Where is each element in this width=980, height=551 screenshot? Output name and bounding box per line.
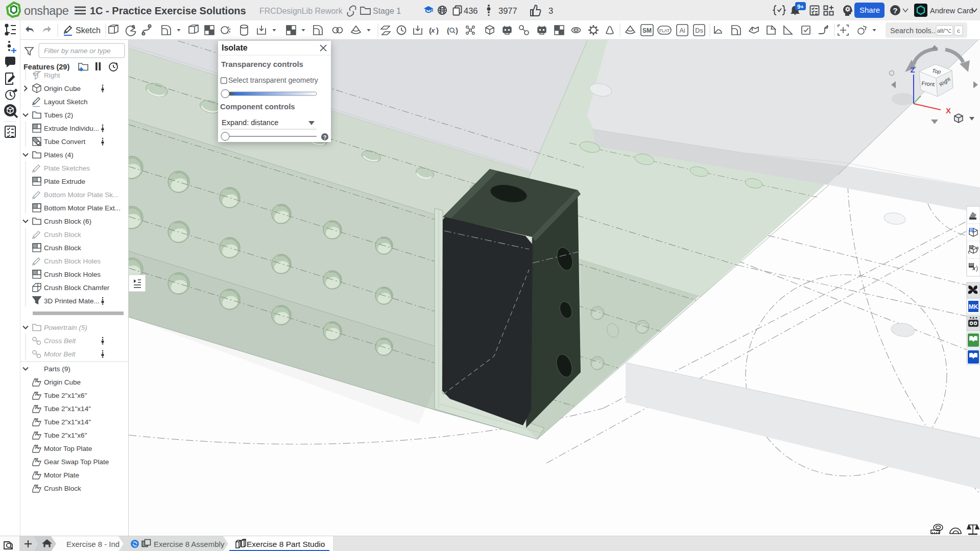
svg-text:Front: Front (921, 80, 935, 87)
svg-text:Share: Share (859, 6, 880, 14)
svg-text:Crush Block Holes: Crush Block Holes (44, 271, 101, 278)
svg-text:Layout Sketch: Layout Sketch (44, 98, 88, 106)
svg-text:Motor Top Plate: Motor Top Plate (44, 445, 92, 452)
svg-text:Parts (9): Parts (9) (44, 365, 70, 373)
svg-text:Tube 2"x1"x6": Tube 2"x1"x6" (44, 432, 87, 439)
svg-text:X: X (946, 106, 951, 115)
svg-text:Features (29): Features (29) (23, 63, 69, 71)
svg-text:Andrew Card: Andrew Card (930, 7, 973, 15)
svg-text:Isolate: Isolate (222, 43, 248, 52)
svg-text:Crush Block: Crush Block (44, 231, 81, 238)
svg-text:Powertrain (5): Powertrain (5) (44, 324, 87, 331)
svg-text:): ) (436, 26, 439, 35)
svg-text:Bottom Motor Plate Ext...: Bottom Motor Plate Ext... (44, 204, 121, 212)
svg-text:Top: Top (931, 67, 941, 75)
svg-text:Ai: Ai (679, 27, 685, 34)
svg-text:Motor Plate: Motor Plate (44, 471, 79, 479)
svg-text:3977: 3977 (498, 6, 517, 15)
svg-text:Plate Sketches: Plate Sketches (44, 164, 90, 172)
svg-text:Crush Block (6): Crush Block (6) (44, 218, 91, 225)
svg-text:Search tools...: Search tools... (890, 27, 938, 35)
svg-text:Gear Swap Top Plate: Gear Swap Top Plate (44, 458, 109, 466)
svg-text:FLAT: FLAT (659, 28, 670, 33)
svg-text:onshape: onshape (24, 4, 69, 17)
svg-text:Select transparent geometry: Select transparent geometry (228, 76, 318, 84)
svg-text:1C - Practice Exercise Solutio: 1C - Practice Exercise Solutions (90, 5, 246, 16)
svg-text:Component controls: Component controls (220, 102, 295, 111)
svg-text:SM: SM (642, 27, 652, 34)
svg-text:Filter by name or type: Filter by name or type (44, 47, 111, 55)
svg-text:Origin Cube: Origin Cube (44, 378, 81, 386)
svg-text:9+: 9+ (797, 4, 804, 10)
svg-text:Exercise 8 - Ind: Exercise 8 - Ind (66, 540, 119, 548)
svg-text:Transparency controls: Transparency controls (221, 60, 303, 68)
svg-text:alt/⌥: alt/⌥ (937, 28, 952, 34)
svg-text:FRCDesignLib Rework: FRCDesignLib Rework (259, 7, 343, 15)
svg-text:Plates (4): Plates (4) (44, 151, 74, 159)
svg-text:Motor Belt: Motor Belt (44, 350, 76, 358)
svg-text:Tube Convert: Tube Convert (44, 138, 86, 146)
svg-text:Tube 2"x1"x6": Tube 2"x1"x6" (44, 392, 87, 399)
svg-text:Crush Block: Crush Block (44, 485, 81, 492)
svg-text:Sketch: Sketch (76, 26, 101, 35)
svg-text:Expand: distance: Expand: distance (222, 118, 278, 127)
svg-text:c: c (957, 28, 960, 34)
svg-text:Bottom Motor Plate Sk...: Bottom Motor Plate Sk... (44, 191, 118, 199)
svg-text:?: ? (323, 134, 327, 140)
svg-text:Z: Z (910, 65, 915, 74)
svg-text:): ) (976, 265, 978, 272)
svg-text:Stage 1: Stage 1 (373, 7, 401, 15)
svg-text:Tube 2"x1"x14": Tube 2"x1"x14" (44, 418, 91, 426)
svg-text:●▲●: ●▲● (969, 316, 977, 319)
svg-text:x: x (431, 27, 435, 34)
svg-text:Tube 2"x1"x14": Tube 2"x1"x14" (44, 405, 91, 413)
svg-text:Exercise 8 Assembly: Exercise 8 Assembly (154, 540, 225, 548)
svg-text:): ) (456, 26, 458, 35)
svg-text:Origin Cube: Origin Cube (44, 85, 81, 92)
svg-text:Ds: Ds (695, 27, 703, 34)
svg-text:Tubes (2): Tubes (2) (44, 111, 73, 119)
svg-text:Crush Block Chamfer: Crush Block Chamfer (44, 284, 110, 292)
svg-text:Crush Block Holes: Crush Block Holes (44, 257, 101, 265)
svg-text:?: ? (893, 6, 897, 15)
svg-text:(: ( (447, 26, 449, 35)
svg-text:436: 436 (464, 6, 478, 15)
svg-text:Plate Extrude: Plate Extrude (44, 178, 85, 185)
svg-text:Cross Belt: Cross Belt (44, 337, 77, 345)
svg-text:x: x (972, 265, 976, 271)
svg-text:MK: MK (969, 303, 978, 310)
svg-text:3: 3 (548, 6, 553, 15)
svg-text:Exercise 8 Part Studio: Exercise 8 Part Studio (247, 540, 325, 548)
svg-text:Crush Block: Crush Block (44, 244, 81, 252)
svg-text:Extrude Individu...: Extrude Individu... (44, 125, 99, 132)
svg-text:Right: Right (44, 71, 60, 79)
svg-text:3D Printed Mate...: 3D Printed Mate... (44, 297, 100, 305)
